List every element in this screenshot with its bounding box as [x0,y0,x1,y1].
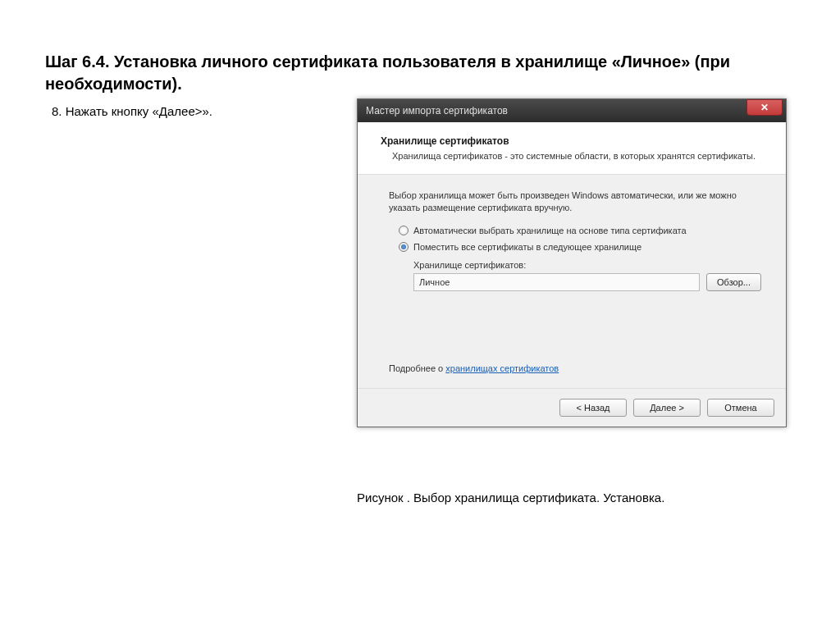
wizard-window: Мастер импорта сертификатов ✕ Хранилище … [357,98,787,427]
more-prefix: Подробнее о [389,363,445,373]
more-info-row: Подробнее о хранилищах сертификатов [389,363,761,373]
next-button[interactable]: Далее > [633,399,701,417]
cancel-button[interactable]: Отмена [707,399,774,417]
body-paragraph: Выбор хранилища может быть произведен Wi… [389,189,761,214]
close-icon: ✕ [760,102,769,113]
close-button[interactable]: ✕ [746,99,783,116]
radio-auto-label: Автоматически выбрать хранилище на основ… [413,226,687,235]
store-block: Хранилище сертификатов: Личное Обзор... [413,260,761,291]
section-title: Хранилище сертификатов [381,135,763,147]
browse-button[interactable]: Обзор... [706,273,761,291]
store-label: Хранилище сертификатов: [413,260,761,270]
back-button[interactable]: < Назад [559,399,627,417]
wizard-header: Хранилище сертификатов Хранилища сертифи… [358,122,786,175]
instruction-text: 8. Нажать кнопку «Далее>». [52,104,212,118]
window-titlebar: Мастер импорта сертификатов ✕ [358,99,786,122]
radio-place-label: Поместить все сертификаты в следующее хр… [413,242,641,252]
radio-place-row[interactable]: Поместить все сертификаты в следующее хр… [399,242,761,252]
radio-auto-row[interactable]: Автоматически выбрать хранилище на основ… [399,226,761,235]
radio-auto[interactable] [399,226,409,235]
store-input[interactable]: Личное [413,273,700,291]
figure-caption: Рисунок . Выбор хранилища сертификата. У… [357,491,664,504]
wizard-footer: < Назад Далее > Отмена [358,388,786,427]
radio-place[interactable] [399,242,409,252]
page-heading: Шаг 6.4. Установка личного сертификата п… [45,51,783,95]
more-link[interactable]: хранилищах сертификатов [445,363,559,373]
window-title: Мастер импорта сертификатов [366,105,508,116]
wizard-body: Выбор хранилища может быть произведен Wi… [358,175,786,388]
section-subtitle: Хранилища сертификатов - это системные о… [392,150,763,162]
